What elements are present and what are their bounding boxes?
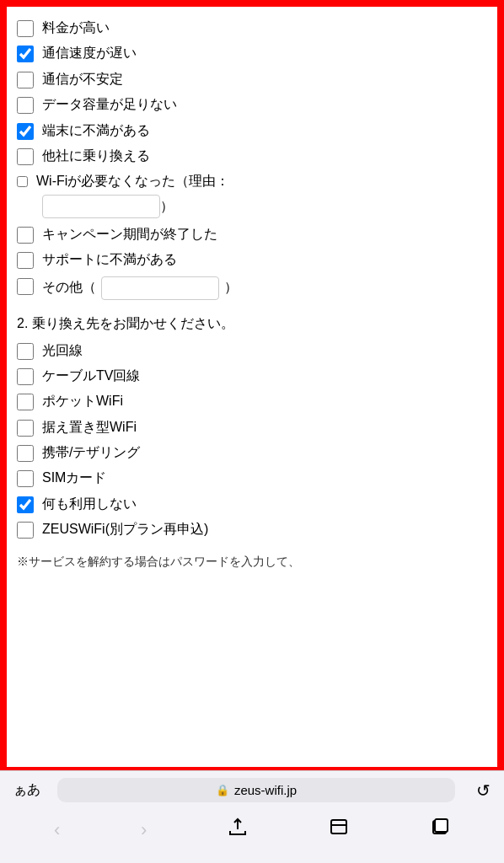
browser-address-bar: ぁあ 🔒 zeus-wifi.jp ↺ <box>0 771 504 809</box>
other-item: その他（ ） <box>17 276 484 300</box>
checkbox-label: データ容量が足りない <box>42 95 177 114</box>
checkbox-input[interactable] <box>17 148 34 165</box>
browser-share-button[interactable] <box>217 814 258 846</box>
checkbox-label: ポケットWiFi <box>42 392 123 410</box>
checkbox-label: キャンペーン期間が終了した <box>42 225 217 244</box>
checkbox-input[interactable] <box>17 470 34 487</box>
other-checkbox[interactable] <box>17 278 34 295</box>
checkbox-label: 何も利用しない <box>42 495 137 513</box>
browser-reload-button[interactable]: ↺ <box>465 780 491 801</box>
browser-chrome: ぁあ 🔒 zeus-wifi.jp ↺ ‹ › <box>0 770 504 863</box>
svg-rect-2 <box>435 819 448 832</box>
checkbox-item: データ容量が足りない <box>17 95 484 114</box>
checkbox-label: ZEUSWiFi(別プラン再申込) <box>42 520 208 539</box>
wifi-reason-input[interactable] <box>42 195 160 218</box>
checkbox-item: 据え置き型WiFi <box>17 418 484 437</box>
checkbox-input[interactable] <box>17 522 34 539</box>
checkbox-input[interactable] <box>17 368 34 385</box>
checkbox-item: 光回線 <box>17 341 484 360</box>
checkbox-label: 携帯/テザリング <box>42 443 140 462</box>
checkbox-input[interactable] <box>17 72 34 88</box>
note-text: ※サービスを解約する場合はパスワードを入力して、 <box>17 553 484 571</box>
other-prefix: その他（ <box>42 278 96 297</box>
wifi-reason-suffix: ） <box>160 197 174 216</box>
checkbox-input[interactable] <box>17 496 34 513</box>
section2-title: 2. 乗り換え先をお聞かせください。 <box>17 315 484 333</box>
checkbox-item: キャンペーン期間が終了した <box>17 225 484 244</box>
browser-bookmarks-button[interactable] <box>319 814 359 846</box>
wifi-reason-label: Wi-Fiが必要なくなった（理由： <box>36 172 229 190</box>
checkbox-item: 何も利用しない <box>17 495 484 513</box>
checkbox-label: 光回線 <box>42 341 83 360</box>
checkbox-item: 通信が不安定 <box>17 70 484 88</box>
checkbox-input[interactable] <box>17 227 34 244</box>
checkbox-input[interactable] <box>17 20 34 37</box>
browser-tabs-button[interactable] <box>420 814 460 846</box>
checkbox-input[interactable] <box>17 394 34 410</box>
lock-icon: 🔒 <box>216 784 229 796</box>
checkbox-input[interactable] <box>17 445 34 462</box>
checkbox-input[interactable] <box>17 252 34 269</box>
browser-back-button[interactable]: ‹ <box>44 816 70 844</box>
checkbox-item: ケーブルTV回線 <box>17 367 484 385</box>
checkbox-label: SIMカード <box>42 469 106 487</box>
checkbox-label: 通信が不安定 <box>42 70 123 88</box>
svg-rect-0 <box>331 820 346 834</box>
wifi-reason-checkbox[interactable] <box>17 176 28 187</box>
wifi-reason-item: Wi-Fiが必要なくなった（理由： ） <box>17 172 484 217</box>
other-input[interactable] <box>101 276 219 300</box>
checkbox-item: 端末に不満がある <box>17 121 484 140</box>
checkbox-item: ZEUSWiFi(別プラン再申込) <box>17 520 484 539</box>
checkbox-item: SIMカード <box>17 469 484 487</box>
checkbox-item: サポートに不満がある <box>17 250 484 269</box>
checkbox-item: 通信速度が遅い <box>17 44 484 62</box>
checkbox-item: 他社に乗り換える <box>17 147 484 165</box>
browser-url-box[interactable]: 🔒 zeus-wifi.jp <box>57 778 455 802</box>
browser-url-text: zeus-wifi.jp <box>234 783 297 797</box>
browser-nav-bar: ‹ › <box>0 809 504 863</box>
checkbox-input[interactable] <box>17 420 34 437</box>
browser-aa-button[interactable]: ぁあ <box>13 781 47 799</box>
checkbox-label: 通信速度が遅い <box>42 44 137 62</box>
checkbox-input[interactable] <box>17 343 34 360</box>
browser-forward-button[interactable]: › <box>131 816 157 844</box>
checkbox-label: サポートに不満がある <box>42 250 177 269</box>
checkbox-label: 料金が高い <box>42 19 110 37</box>
checkbox-input[interactable] <box>17 46 34 62</box>
checkbox-label: 端末に不満がある <box>42 121 150 140</box>
checkbox-item: 携帯/テザリング <box>17 443 484 462</box>
checkbox-input[interactable] <box>17 97 34 114</box>
checkbox-input[interactable] <box>17 123 34 140</box>
checkbox-label: 他社に乗り換える <box>42 147 150 165</box>
checkbox-item: ポケットWiFi <box>17 392 484 410</box>
other-suffix: ） <box>224 278 238 297</box>
checkbox-label: ケーブルTV回線 <box>42 367 140 385</box>
checkbox-item: 料金が高い <box>17 19 484 37</box>
checkbox-label: 据え置き型WiFi <box>42 418 137 437</box>
